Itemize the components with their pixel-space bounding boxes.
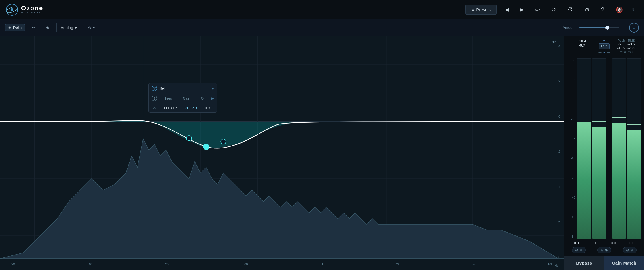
io-toggle-button[interactable]: ⊙ ▾ bbox=[85, 24, 98, 31]
right-bar-1 bbox=[612, 58, 626, 239]
io-icon: ⊙ bbox=[88, 25, 91, 30]
curve-mode-button[interactable]: 〜 bbox=[29, 23, 39, 32]
scale-0: 0 bbox=[567, 59, 575, 62]
link-btn-3[interactable]: ⊖ ⊕ bbox=[623, 247, 637, 253]
pencil-button[interactable]: ✏ bbox=[532, 5, 543, 15]
expand-icon[interactable]: ▶ bbox=[211, 96, 214, 100]
freq-axis: 20 100 200 500 1k 2k 5k 10k Hz bbox=[0, 259, 564, 270]
link-btn-2[interactable]: ⊖ ⊕ bbox=[597, 247, 611, 253]
dash-left-bottom: — bbox=[599, 50, 602, 54]
action-buttons: Bypass Gain Match bbox=[564, 256, 644, 270]
meter-val-2: 0.0 bbox=[593, 241, 597, 245]
freq-20: 20 bbox=[11, 263, 15, 266]
gain-match-button[interactable]: Gain Match bbox=[604, 256, 644, 270]
ni-logo: N I bbox=[631, 7, 638, 12]
freq-200: 200 bbox=[165, 263, 170, 266]
left-bar-1-marker bbox=[577, 116, 591, 116]
minus-icon-1: ⊖ bbox=[575, 248, 578, 252]
db-scale: 4 2 0 -2 -4 -6 -8 bbox=[557, 45, 560, 259]
db-label: dB bbox=[552, 40, 556, 44]
history-button[interactable]: ⏱ bbox=[565, 5, 576, 15]
globe-button[interactable]: ⊕ bbox=[43, 24, 52, 31]
svg-point-19 bbox=[186, 136, 192, 141]
triangle-up-icon: ▲ bbox=[603, 51, 606, 54]
rms-val1: -21.2 bbox=[627, 42, 635, 46]
right-bar-1-marker bbox=[612, 117, 626, 118]
prev-preset-button[interactable]: ◀ bbox=[502, 5, 512, 14]
meter-scale: 0 -3 -6 -10 -15 -20 -30 -40 -50 -Inf bbox=[567, 58, 575, 239]
right-panel: -10.4 -9.7 — ▼ — I / O — ▲ — bbox=[564, 36, 644, 270]
undo-button[interactable]: ↺ bbox=[548, 5, 559, 15]
eq-params-values: 1118 Hz -1.2 dB 0.3 bbox=[160, 106, 214, 110]
peak-rms-section: Peak -9.5 -10.2 RMS -21.2 -20.3 -20.6 -1… bbox=[613, 39, 640, 54]
meter-ctrl-row: ⊖ ⊕ ⊖ ⊕ ⊖ ⊕ bbox=[567, 247, 641, 253]
next-preset-button[interactable]: ▶ bbox=[517, 5, 526, 14]
freq-100: 100 bbox=[87, 263, 92, 266]
eq-popup-row3: ✕ 1118 Hz -1.2 dB 0.3 bbox=[149, 103, 217, 112]
meter-bars-area: 0 -3 -6 -10 -15 -20 -30 -40 -50 -Inf bbox=[564, 55, 644, 239]
freq-5k: 5k bbox=[472, 263, 475, 266]
scale-neg50: -50 bbox=[567, 215, 575, 219]
toolbar-divider bbox=[56, 23, 57, 32]
top-nav: Ozone ADVANCED ≡ Presets ◀ ▶ ✏ ↺ ⏱ ⚙ ? 🔇… bbox=[0, 0, 644, 19]
hz-label: Hz bbox=[555, 264, 558, 267]
scale-neg3: -3 bbox=[567, 78, 575, 82]
link-btn-1[interactable]: ⊖ ⊕ bbox=[572, 247, 586, 253]
freq-value: 1118 Hz bbox=[164, 106, 177, 110]
scale-neg20: -20 bbox=[567, 157, 575, 160]
dash-right-top: — bbox=[607, 39, 610, 42]
svg-point-20 bbox=[203, 144, 209, 150]
settings-button[interactable]: ⚙ bbox=[582, 5, 593, 15]
dropdown-chevron-icon: ▾ bbox=[75, 25, 77, 30]
rms-label: RMS bbox=[628, 39, 635, 42]
scale-inf: -Inf bbox=[567, 235, 575, 238]
eq-params-header: Freq Gain Q bbox=[160, 96, 209, 100]
db-2-label: 2 bbox=[557, 80, 560, 83]
close-band-button[interactable]: ✕ bbox=[152, 105, 157, 111]
left-rms2-label: -19.8 bbox=[627, 51, 633, 54]
db-4-label: 4 bbox=[557, 45, 560, 48]
delta-button[interactable]: ◎ Delta bbox=[5, 24, 25, 31]
left-bar-1-fill bbox=[577, 122, 591, 239]
right-bar-2-marker bbox=[627, 124, 641, 125]
presets-icon: ≡ bbox=[471, 7, 474, 12]
right-bar-2 bbox=[627, 58, 641, 239]
amount-slider-thumb bbox=[605, 26, 609, 30]
logo-area: Ozone ADVANCED bbox=[6, 3, 43, 16]
output-meter-button[interactable]: ○ bbox=[629, 23, 639, 33]
globe-icon: ⊕ bbox=[46, 25, 49, 30]
left-channel-meters bbox=[577, 58, 606, 239]
band-type-dropdown[interactable]: ▾ bbox=[212, 86, 214, 91]
toolbar: ◎ Delta 〜 ⊕ Analog ▾ ⊙ ▾ Amount ○ bbox=[0, 19, 644, 36]
eq-popup-header: ⓘ Bell ▾ bbox=[149, 83, 217, 94]
s-icon: S bbox=[152, 96, 157, 101]
io-button[interactable]: I / O bbox=[599, 43, 610, 49]
band-icon: ⓘ bbox=[152, 86, 157, 91]
help-button[interactable]: ? bbox=[598, 5, 607, 15]
meter-bottom: 0.0 0.0 0.0 0.0 ⊖ ⊕ ⊖ ⊕ ⊖ ⊕ bbox=[564, 239, 644, 256]
scale-neg6: -6 bbox=[567, 98, 575, 101]
scale-neg15: -15 bbox=[567, 137, 575, 140]
gain-value: -1.2 dB bbox=[185, 106, 197, 110]
left-bar-2-fill bbox=[592, 127, 606, 239]
bypass-button[interactable]: Bypass bbox=[564, 256, 604, 270]
scale-neg40: -40 bbox=[567, 196, 575, 199]
plus-icon-1: ⊕ bbox=[579, 248, 583, 252]
freq-1k: 1k bbox=[320, 263, 324, 266]
freq-500: 500 bbox=[243, 263, 248, 266]
left-bar-1 bbox=[577, 58, 591, 239]
main-area: dB 4 2 0 -2 -4 -6 -8 bbox=[0, 36, 644, 270]
amount-slider-track bbox=[579, 27, 619, 28]
db-neg2-label: -2 bbox=[557, 150, 560, 153]
left-bar-2 bbox=[592, 58, 606, 239]
plus-icon-3: ⊕ bbox=[630, 248, 633, 252]
left-peak-value: -10.4 bbox=[578, 39, 586, 43]
presets-button[interactable]: ≡ Presets bbox=[465, 5, 497, 15]
amount-slider[interactable] bbox=[579, 27, 625, 28]
q-value: 0.3 bbox=[205, 106, 210, 110]
q-header: Q bbox=[201, 96, 204, 100]
dash-right-bottom: — bbox=[607, 50, 610, 54]
analog-dropdown-button[interactable]: Analog ▾ bbox=[61, 25, 77, 30]
scale-neg10: -10 bbox=[567, 118, 575, 121]
speaker-button[interactable]: 🔇 bbox=[613, 5, 626, 15]
